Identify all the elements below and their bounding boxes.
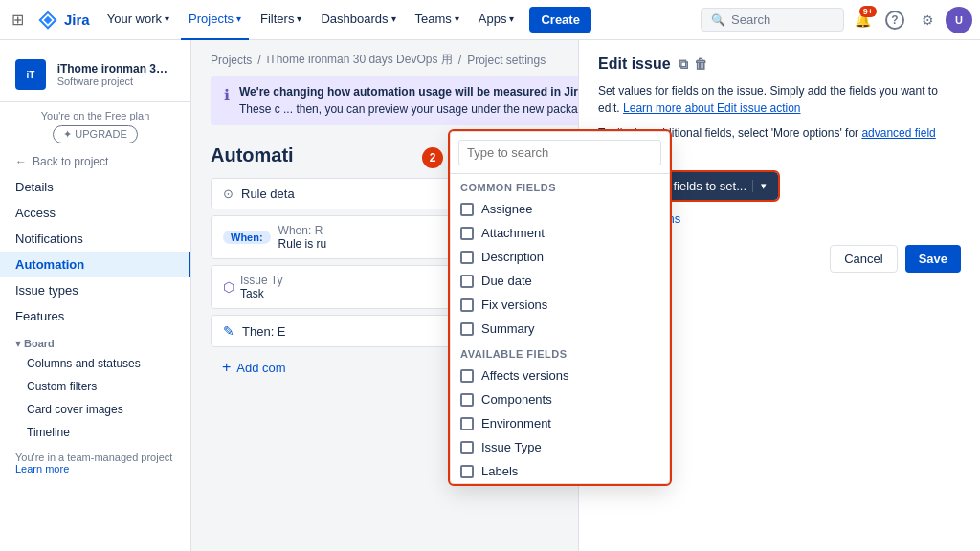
step-badge-2: 2 bbox=[422, 147, 443, 168]
back-icon: ← bbox=[15, 155, 27, 168]
nav-apps[interactable]: Apps ▾ bbox=[471, 0, 523, 40]
rule-text: Rule deta bbox=[241, 187, 295, 201]
edit-icon: ✎ bbox=[223, 323, 234, 339]
logo-text: Jira bbox=[64, 11, 90, 28]
chevron-down-icon: ▾ bbox=[236, 13, 241, 24]
field-affects-versions[interactable]: Affects versions bbox=[451, 364, 669, 387]
checkbox-attachment[interactable] bbox=[460, 227, 474, 240]
help-button[interactable]: ? bbox=[880, 6, 909, 34]
main-layout: iT iThome ironman 30 da... Software proj… bbox=[0, 40, 980, 551]
issue-icon: ⬡ bbox=[223, 279, 234, 295]
available-fields-label: AVAILABLE FIELDS bbox=[451, 341, 669, 364]
nav-your-work[interactable]: Your work ▾ bbox=[100, 0, 177, 40]
nav-dashboards[interactable]: Dashboards ▾ bbox=[313, 0, 403, 40]
nav-projects[interactable]: Projects ▾ bbox=[181, 0, 249, 40]
search-bar[interactable]: 🔍 Search bbox=[701, 8, 844, 32]
save-button[interactable]: Save bbox=[905, 245, 961, 273]
info-icon: ℹ bbox=[224, 86, 230, 104]
sidebar-item-card-cover[interactable]: Card cover images bbox=[0, 398, 190, 421]
chevron-down-icon: ▾ bbox=[509, 13, 514, 24]
breadcrumb-sep2: / bbox=[458, 54, 461, 67]
sidebar-item-columns[interactable]: Columns and statuses bbox=[0, 352, 190, 375]
automation-title: Automati bbox=[211, 144, 294, 166]
when-badge: When: bbox=[223, 231, 271, 244]
edit-description: Set values for fields on the issue. Simp… bbox=[598, 82, 961, 117]
sidebar: iT iThome ironman 30 da... Software proj… bbox=[0, 40, 191, 551]
checkbox-assignee[interactable] bbox=[460, 203, 474, 216]
sidebar-item-timeline[interactable]: Timeline bbox=[0, 421, 190, 444]
gear-icon: ⚙ bbox=[922, 12, 934, 28]
settings-button[interactable]: ⚙ bbox=[913, 6, 942, 34]
breadcrumb-sep1: / bbox=[257, 54, 260, 67]
field-search-input[interactable] bbox=[458, 140, 661, 165]
project-info: iThome ironman 30 da... Software project bbox=[57, 62, 172, 87]
checkbox-components[interactable] bbox=[460, 393, 474, 407]
dropdown-search-section bbox=[451, 132, 669, 174]
notifications-button[interactable]: 🔔 9+ bbox=[848, 6, 877, 34]
sidebar-footer: You're in a team-managed project Learn m… bbox=[0, 444, 190, 482]
back-to-project[interactable]: ← Back to project bbox=[0, 149, 190, 174]
breadcrumb-project-name[interactable]: iThome ironman 30 days DevOps 用 bbox=[267, 52, 453, 68]
field-labels[interactable]: Labels bbox=[451, 459, 669, 483]
sidebar-item-notifications[interactable]: Notifications bbox=[0, 226, 190, 252]
field-assignee[interactable]: Assignee bbox=[451, 197, 669, 221]
board-section-label: ▾ Board bbox=[0, 329, 190, 352]
plan-text: You're on the Free plan bbox=[0, 110, 190, 121]
chevron-down-icon: ▾ bbox=[752, 180, 767, 192]
nav-icons: 🔔 9+ ? ⚙ U bbox=[848, 6, 972, 34]
project-name: iThome ironman 30 da... bbox=[57, 62, 172, 76]
sidebar-project: iT iThome ironman 30 da... Software proj… bbox=[0, 52, 190, 102]
project-type: Software project bbox=[57, 76, 172, 87]
notifications-badge: 9+ bbox=[859, 6, 877, 17]
checkbox-affects-versions[interactable] bbox=[460, 369, 474, 383]
nav-teams[interactable]: Teams ▾ bbox=[408, 0, 467, 40]
field-description[interactable]: Description bbox=[451, 245, 669, 269]
checkbox-labels[interactable] bbox=[460, 465, 474, 478]
issue-type-content: ⬡ Issue Ty Task bbox=[223, 274, 282, 300]
create-button[interactable]: Create bbox=[529, 7, 590, 33]
sidebar-item-automation[interactable]: Automation bbox=[0, 252, 190, 277]
checkbox-environment[interactable] bbox=[460, 417, 474, 430]
search-icon: 🔍 bbox=[711, 13, 725, 27]
info-icon: ⊙ bbox=[223, 187, 234, 201]
learn-more-link[interactable]: Learn more about Edit issue action bbox=[623, 101, 800, 115]
field-environment[interactable]: Environment bbox=[451, 411, 669, 435]
nav-filters[interactable]: Filters ▾ bbox=[253, 0, 309, 40]
sidebar-item-custom-filters[interactable]: Custom filters bbox=[0, 375, 190, 398]
breadcrumb-page: Project settings bbox=[467, 54, 546, 67]
copy-icon[interactable]: ⧉ bbox=[679, 56, 688, 73]
chevron-down-icon: ▾ bbox=[297, 13, 301, 24]
field-components[interactable]: Components bbox=[451, 387, 669, 411]
user-avatar[interactable]: U bbox=[946, 7, 972, 33]
sidebar-item-features[interactable]: Features bbox=[0, 303, 190, 329]
field-issue-type[interactable]: Issue Type bbox=[451, 435, 669, 459]
field-attachment[interactable]: Attachment bbox=[451, 221, 669, 245]
field-search-dropdown: 2 COMMON FIELDS Assignee Attachment Desc… bbox=[450, 131, 670, 484]
checkbox-due-date[interactable] bbox=[460, 275, 474, 288]
sidebar-item-access[interactable]: Access bbox=[0, 200, 190, 226]
top-navigation: ⊞ Jira Your work ▾ Projects ▾ Filters ▾ … bbox=[0, 0, 980, 40]
plan-section: You're on the Free plan ✦ UPGRADE bbox=[0, 110, 190, 143]
app-grid-icon[interactable]: ⊞ bbox=[8, 7, 28, 33]
help-icon: ? bbox=[885, 11, 904, 30]
checkbox-fix-versions[interactable] bbox=[460, 298, 474, 312]
chevron-down-icon: ▾ bbox=[391, 13, 396, 24]
plus-icon: + bbox=[222, 359, 231, 376]
upgrade-button[interactable]: ✦ UPGRADE bbox=[53, 125, 137, 143]
when-content: When: R Rule is ru bbox=[278, 224, 327, 251]
checkbox-summary[interactable] bbox=[460, 322, 474, 336]
checkbox-description[interactable] bbox=[460, 251, 474, 264]
learn-more-link[interactable]: Learn more bbox=[15, 463, 69, 474]
sidebar-item-issue-types[interactable]: Issue types bbox=[0, 277, 190, 303]
breadcrumb-projects[interactable]: Projects bbox=[211, 54, 252, 67]
edit-panel-icons: ⧉ 🗑 bbox=[679, 56, 707, 73]
field-summary[interactable]: Summary bbox=[451, 317, 669, 341]
checkbox-issue-type[interactable] bbox=[460, 441, 474, 454]
delete-icon[interactable]: 🗑 bbox=[694, 56, 707, 73]
sidebar-item-details[interactable]: Details bbox=[0, 174, 190, 200]
chevron-down-icon: ▾ bbox=[455, 13, 459, 24]
field-due-date[interactable]: Due date bbox=[451, 269, 669, 293]
logo: Jira bbox=[32, 10, 96, 31]
field-fix-versions[interactable]: Fix versions bbox=[451, 293, 669, 317]
cancel-button[interactable]: Cancel bbox=[830, 245, 897, 273]
